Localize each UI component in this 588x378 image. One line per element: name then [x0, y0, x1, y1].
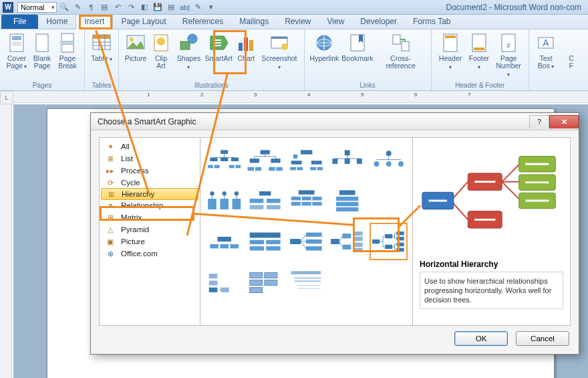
cycle-icon: ⟳	[105, 179, 116, 187]
bookmark-icon	[347, 32, 368, 54]
gallery-item[interactable]	[206, 223, 243, 260]
horizontal-ruler[interactable]: 1 2 3 4 5 6 7	[13, 91, 588, 103]
gallery-item[interactable]	[206, 183, 243, 219]
gallery-item[interactable]	[329, 143, 365, 179]
cat-process[interactable]: ▸▸Process	[100, 165, 200, 177]
gallery-item[interactable]	[247, 183, 283, 219]
qat-btn[interactable]: ¶	[85, 2, 97, 13]
gallery-item[interactable]	[288, 183, 325, 219]
bookmark-button[interactable]: Bookmark	[340, 31, 374, 81]
cat-matrix[interactable]: ⊞Matrix	[100, 211, 200, 223]
qat-btn[interactable]: ▤	[98, 2, 110, 13]
footer-button[interactable]: Footer	[465, 31, 492, 81]
svg-rect-96	[259, 191, 271, 195]
text-box-button[interactable]: ATextBox	[533, 31, 559, 88]
svg-rect-143	[396, 248, 404, 252]
cross-reference-button[interactable]: Cross-reference	[375, 31, 427, 81]
gallery-item[interactable]	[329, 183, 365, 219]
cat-hierarchy[interactable]: ⊞Hierarchy	[101, 188, 198, 200]
tab-forms[interactable]: Forms Tab	[405, 15, 458, 29]
gallery-item[interactable]	[329, 264, 365, 300]
gallery-item[interactable]	[288, 264, 325, 300]
svg-rect-133	[354, 243, 363, 247]
screenshot-button[interactable]: Screenshot	[259, 31, 299, 81]
qat-btn[interactable]: ✎	[192, 2, 204, 13]
cancel-button[interactable]: Cancel	[516, 331, 569, 346]
hyperlink-button[interactable]: Hyperlink	[309, 31, 341, 81]
dialog-titlebar[interactable]: Choose a SmartArt Graphic ? ✕	[91, 113, 579, 130]
tab-page-layout[interactable]: Page Layout	[113, 15, 174, 29]
office-icon: ⊕	[105, 250, 116, 258]
tab-references[interactable]: References	[174, 15, 231, 29]
svg-rect-1	[12, 36, 21, 40]
svg-rect-121	[290, 239, 301, 244]
picture-icon	[125, 32, 146, 54]
page-break-button[interactable]: PageBreak	[55, 31, 80, 81]
help-button[interactable]: ?	[529, 115, 549, 128]
gallery-item[interactable]	[206, 143, 243, 179]
group-text: ATextBox CF	[529, 29, 588, 90]
gallery-item[interactable]	[288, 223, 325, 260]
style-selector[interactable]: Normal	[17, 2, 57, 13]
svg-rect-138	[385, 234, 392, 238]
gallery-item[interactable]	[370, 264, 407, 300]
svg-rect-161	[250, 273, 263, 278]
tab-insert[interactable]: Insert	[76, 14, 113, 29]
cat-relationship[interactable]: ⚭Relationship	[100, 199, 200, 211]
smartart-button[interactable]: SmartArt	[204, 31, 233, 81]
tab-file[interactable]: File	[1, 15, 38, 29]
tab-review[interactable]: Review	[277, 15, 319, 29]
qat-btn[interactable]: ▤	[165, 2, 177, 13]
page-number-button[interactable]: #PageNumber	[492, 31, 525, 81]
cat-all[interactable]: ✦All	[100, 140, 200, 153]
shapes-button[interactable]: Shapes	[174, 31, 204, 81]
svg-rect-73	[310, 167, 316, 171]
qat-btn[interactable]: 💾	[152, 2, 164, 13]
tab-developer[interactable]: Developer	[352, 15, 405, 29]
tab-home[interactable]: Home	[38, 15, 76, 29]
tab-mailings[interactable]: Mailings	[231, 15, 277, 29]
svg-rect-114	[220, 244, 229, 248]
blank-page-button[interactable]: BlankPage	[29, 31, 55, 81]
cat-cycle[interactable]: ⟳Cycle	[100, 177, 200, 189]
cover-page-button[interactable]: CoverPage	[4, 31, 29, 81]
cat-list[interactable]: ≣List	[100, 153, 200, 165]
qat-btn[interactable]: ✎	[71, 2, 84, 13]
truncated-button[interactable]: CF	[559, 31, 584, 88]
svg-rect-111	[336, 207, 358, 211]
vertical-ruler[interactable]	[0, 104, 12, 378]
header-button[interactable]: Header	[436, 31, 466, 81]
qat-btn[interactable]: ↷	[125, 2, 137, 13]
picture-button[interactable]: Picture	[123, 31, 148, 81]
gallery-item[interactable]	[247, 264, 283, 300]
gallery-item[interactable]	[247, 223, 283, 260]
ruler-corner[interactable]: L	[0, 91, 13, 104]
gallery-item[interactable]	[370, 143, 407, 179]
qat-btn[interactable]: 🔍	[58, 2, 70, 13]
gallery-item[interactable]	[288, 143, 325, 179]
qat-customize[interactable]: ▾	[205, 2, 217, 13]
ok-button[interactable]: OK	[454, 331, 508, 346]
group-links: Hyperlink Bookmark Cross-reference Links	[305, 29, 432, 90]
gallery-item[interactable]	[329, 223, 365, 260]
tab-view[interactable]: View	[319, 15, 353, 29]
ribbon-tabs: File Home Insert Page Layout References …	[0, 15, 588, 29]
gallery-item-horizontal-hierarchy[interactable]	[370, 223, 407, 260]
clipart-button[interactable]: ClipArt	[148, 31, 174, 81]
qat-btn[interactable]: ab|	[178, 2, 190, 13]
svg-point-81	[386, 151, 391, 156]
chart-button[interactable]: Chart	[233, 31, 259, 81]
cat-picture[interactable]: ▣Picture	[100, 235, 200, 248]
cat-pyramid[interactable]: △Pyramid	[100, 223, 200, 235]
ribbon: CoverPage BlankPage PageBreak Pages Tabl…	[0, 29, 588, 91]
cat-office[interactable]: ⊕Office.com	[100, 248, 200, 260]
gallery-item[interactable]	[206, 264, 243, 300]
svg-rect-37	[402, 41, 409, 51]
table-button[interactable]: Table	[89, 31, 114, 81]
qat-btn[interactable]: ◧	[138, 2, 150, 13]
svg-rect-67	[301, 150, 312, 154]
qat-btn[interactable]: ↶	[112, 2, 124, 13]
gallery-item[interactable]	[247, 143, 283, 179]
gallery-item[interactable]	[370, 183, 407, 219]
close-button[interactable]: ✕	[549, 115, 579, 128]
